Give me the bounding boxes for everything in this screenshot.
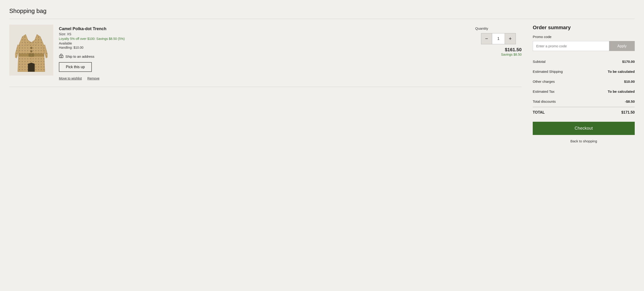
shipping-value: To be calculated <box>608 70 635 74</box>
summary-row-tax: Estimated Tax To be calculated <box>533 86 635 96</box>
quantity-label: Quantity <box>475 26 488 30</box>
page-title: Shopping bag <box>9 8 635 14</box>
quantity-controls: − + <box>481 33 516 44</box>
cart-item-divider <box>9 87 522 87</box>
cart-item: Camel Polka-dot Trench Size: XS Loyalty … <box>9 24 522 86</box>
ship-icon <box>59 54 64 59</box>
remove-button[interactable]: Remove <box>88 76 100 80</box>
cart-section: Camel Polka-dot Trench Size: XS Loyalty … <box>9 24 522 87</box>
available-text: Available <box>59 42 470 45</box>
product-image <box>15 28 48 73</box>
main-layout: Camel Polka-dot Trench Size: XS Loyalty … <box>9 24 635 143</box>
product-details: Camel Polka-dot Trench Size: XS Loyalty … <box>59 24 470 80</box>
discounts-value: -$8.50 <box>625 100 635 104</box>
summary-rows: Subtotal $170.00 Estimated Shipping To b… <box>533 56 635 118</box>
header-divider <box>9 19 635 19</box>
price-section: $161.50 Savings $8.50 <box>501 47 522 56</box>
price-main: $161.50 <box>501 47 522 52</box>
ship-label: Ship to an address <box>65 54 94 58</box>
pickup-button[interactable]: Pick this up <box>59 62 92 72</box>
subtotal-label: Subtotal <box>533 60 546 64</box>
plus-icon: + <box>509 36 512 42</box>
minus-icon: − <box>485 36 488 42</box>
total-label: TOTAL <box>533 110 545 114</box>
cart-actions: Move to wishlist Remove <box>59 76 470 80</box>
svg-point-5 <box>30 50 32 52</box>
decrease-quantity-button[interactable]: − <box>481 34 492 44</box>
summary-row-other-charges: Other charges $10.00 <box>533 76 635 86</box>
back-to-shopping-link[interactable]: Back to shopping <box>533 139 635 143</box>
summary-row-discounts: Total discounts -$8.50 <box>533 96 635 106</box>
loyalty-text: Loyalty 5% off over $100: Savings $8.50 … <box>59 37 470 40</box>
summary-row-total: TOTAL $171.50 <box>533 107 635 118</box>
order-summary: Order summary Promo code Apply Subtotal … <box>533 24 635 143</box>
discounts-label: Total discounts <box>533 100 556 104</box>
subtotal-value: $170.00 <box>622 60 635 64</box>
quantity-input[interactable] <box>492 34 505 44</box>
summary-row-subtotal: Subtotal $170.00 <box>533 56 635 66</box>
checkout-button[interactable]: Checkout <box>533 122 635 135</box>
increase-quantity-button[interactable]: + <box>505 34 516 44</box>
total-value: $171.50 <box>621 110 635 114</box>
ship-row: Ship to an address <box>59 54 470 59</box>
product-name: Camel Polka-dot Trench <box>59 26 470 31</box>
apply-promo-button[interactable]: Apply <box>609 41 635 51</box>
svg-point-4 <box>30 47 32 49</box>
summary-row-shipping: Estimated Shipping To be calculated <box>533 66 635 76</box>
move-to-wishlist-button[interactable]: Move to wishlist <box>59 76 82 80</box>
handling-text: Handling: $10.00 <box>59 46 470 50</box>
tax-label: Estimated Tax <box>533 90 554 94</box>
shipping-label: Estimated Shipping <box>533 70 563 74</box>
promo-label: Promo code <box>533 35 635 39</box>
other-charges-label: Other charges <box>533 80 555 84</box>
svg-rect-6 <box>59 56 63 58</box>
quantity-price-section: Quantity − + $161.50 Savings $8.50 <box>475 24 522 56</box>
order-summary-title: Order summary <box>533 24 635 30</box>
promo-row: Apply <box>533 41 635 51</box>
svg-rect-7 <box>61 56 62 58</box>
product-image-wrapper <box>9 24 53 76</box>
promo-input[interactable] <box>533 41 609 51</box>
tax-value: To be calculated <box>608 90 635 94</box>
other-charges-value: $10.00 <box>624 80 635 84</box>
product-size: Size: XS <box>59 32 470 36</box>
price-savings: Savings $8.50 <box>501 53 522 56</box>
